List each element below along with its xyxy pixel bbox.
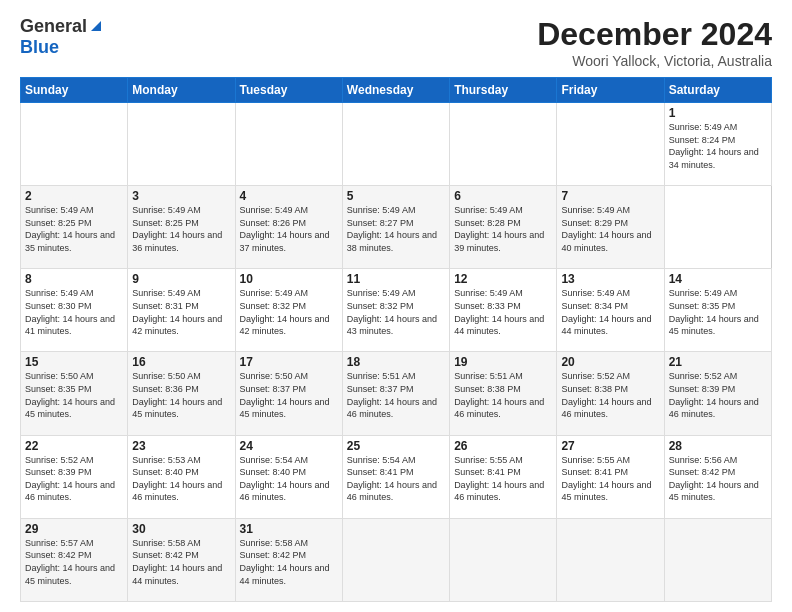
cell-info: Sunrise: 5:58 AMSunset: 8:42 PMDaylight:… [132,537,230,587]
location: Woori Yallock, Victoria, Australia [537,53,772,69]
calendar-cell: 21Sunrise: 5:52 AMSunset: 8:39 PMDayligh… [664,352,771,435]
cell-info: Sunrise: 5:56 AMSunset: 8:42 PMDaylight:… [669,454,767,504]
calendar-table: SundayMondayTuesdayWednesdayThursdayFrid… [20,77,772,602]
cell-info: Sunrise: 5:52 AMSunset: 8:38 PMDaylight:… [561,370,659,420]
calendar-cell [21,103,128,186]
day-number: 18 [347,355,445,369]
cell-info: Sunrise: 5:49 AMSunset: 8:27 PMDaylight:… [347,204,445,254]
calendar-cell: 7Sunrise: 5:49 AMSunset: 8:29 PMDaylight… [557,186,664,269]
day-number: 9 [132,272,230,286]
cell-info: Sunrise: 5:49 AMSunset: 8:32 PMDaylight:… [347,287,445,337]
calendar-cell: 9Sunrise: 5:49 AMSunset: 8:31 PMDaylight… [128,269,235,352]
calendar-cell [235,103,342,186]
col-header-thursday: Thursday [450,78,557,103]
day-number: 28 [669,439,767,453]
logo-general: General [20,16,87,37]
day-number: 29 [25,522,123,536]
cell-info: Sunrise: 5:52 AMSunset: 8:39 PMDaylight:… [669,370,767,420]
cell-info: Sunrise: 5:55 AMSunset: 8:41 PMDaylight:… [561,454,659,504]
day-number: 21 [669,355,767,369]
calendar-week-5: 29Sunrise: 5:57 AMSunset: 8:42 PMDayligh… [21,518,772,601]
calendar-cell: 10Sunrise: 5:49 AMSunset: 8:32 PMDayligh… [235,269,342,352]
calendar-cell [557,103,664,186]
calendar-cell: 2Sunrise: 5:49 AMSunset: 8:25 PMDaylight… [21,186,128,269]
cell-info: Sunrise: 5:51 AMSunset: 8:38 PMDaylight:… [454,370,552,420]
cell-info: Sunrise: 5:49 AMSunset: 8:28 PMDaylight:… [454,204,552,254]
calendar-cell: 30Sunrise: 5:58 AMSunset: 8:42 PMDayligh… [128,518,235,601]
cell-info: Sunrise: 5:58 AMSunset: 8:42 PMDaylight:… [240,537,338,587]
cell-info: Sunrise: 5:49 AMSunset: 8:34 PMDaylight:… [561,287,659,337]
cell-info: Sunrise: 5:49 AMSunset: 8:32 PMDaylight:… [240,287,338,337]
day-number: 8 [25,272,123,286]
title-area: December 2024 Woori Yallock, Victoria, A… [537,16,772,69]
day-number: 17 [240,355,338,369]
day-number: 3 [132,189,230,203]
calendar-cell: 23Sunrise: 5:53 AMSunset: 8:40 PMDayligh… [128,435,235,518]
calendar-cell [128,103,235,186]
cell-info: Sunrise: 5:53 AMSunset: 8:40 PMDaylight:… [132,454,230,504]
day-number: 13 [561,272,659,286]
col-header-tuesday: Tuesday [235,78,342,103]
calendar-week-2: 8Sunrise: 5:49 AMSunset: 8:30 PMDaylight… [21,269,772,352]
cell-info: Sunrise: 5:49 AMSunset: 8:25 PMDaylight:… [132,204,230,254]
day-number: 2 [25,189,123,203]
calendar-cell: 27Sunrise: 5:55 AMSunset: 8:41 PMDayligh… [557,435,664,518]
day-number: 15 [25,355,123,369]
logo-arrow-icon [89,19,103,37]
calendar-cell: 16Sunrise: 5:50 AMSunset: 8:36 PMDayligh… [128,352,235,435]
day-number: 31 [240,522,338,536]
col-header-saturday: Saturday [664,78,771,103]
cell-info: Sunrise: 5:49 AMSunset: 8:26 PMDaylight:… [240,204,338,254]
calendar-cell: 6Sunrise: 5:49 AMSunset: 8:28 PMDaylight… [450,186,557,269]
calendar-cell: 14Sunrise: 5:49 AMSunset: 8:35 PMDayligh… [664,269,771,352]
cell-info: Sunrise: 5:49 AMSunset: 8:31 PMDaylight:… [132,287,230,337]
day-number: 19 [454,355,552,369]
cell-info: Sunrise: 5:50 AMSunset: 8:36 PMDaylight:… [132,370,230,420]
col-header-monday: Monday [128,78,235,103]
calendar-week-0: 1Sunrise: 5:49 AMSunset: 8:24 PMDaylight… [21,103,772,186]
cell-info: Sunrise: 5:50 AMSunset: 8:35 PMDaylight:… [25,370,123,420]
calendar-cell: 29Sunrise: 5:57 AMSunset: 8:42 PMDayligh… [21,518,128,601]
calendar-cell: 3Sunrise: 5:49 AMSunset: 8:25 PMDaylight… [128,186,235,269]
page-header: General Blue December 2024 Woori Yallock… [20,16,772,69]
day-number: 4 [240,189,338,203]
day-number: 11 [347,272,445,286]
day-number: 14 [669,272,767,286]
calendar-cell: 28Sunrise: 5:56 AMSunset: 8:42 PMDayligh… [664,435,771,518]
calendar-cell: 25Sunrise: 5:54 AMSunset: 8:41 PMDayligh… [342,435,449,518]
calendar-cell [450,518,557,601]
day-number: 23 [132,439,230,453]
calendar-header-row: SundayMondayTuesdayWednesdayThursdayFrid… [21,78,772,103]
cell-info: Sunrise: 5:49 AMSunset: 8:25 PMDaylight:… [25,204,123,254]
calendar-cell: 12Sunrise: 5:49 AMSunset: 8:33 PMDayligh… [450,269,557,352]
calendar-cell: 26Sunrise: 5:55 AMSunset: 8:41 PMDayligh… [450,435,557,518]
day-number: 27 [561,439,659,453]
day-number: 24 [240,439,338,453]
logo-blue: Blue [20,37,59,58]
cell-info: Sunrise: 5:49 AMSunset: 8:33 PMDaylight:… [454,287,552,337]
cell-info: Sunrise: 5:57 AMSunset: 8:42 PMDaylight:… [25,537,123,587]
logo: General Blue [20,16,103,58]
calendar-cell [342,518,449,601]
calendar-week-1: 2Sunrise: 5:49 AMSunset: 8:25 PMDaylight… [21,186,772,269]
calendar-cell: 1Sunrise: 5:49 AMSunset: 8:24 PMDaylight… [664,103,771,186]
day-number: 1 [669,106,767,120]
cell-info: Sunrise: 5:54 AMSunset: 8:40 PMDaylight:… [240,454,338,504]
cell-info: Sunrise: 5:50 AMSunset: 8:37 PMDaylight:… [240,370,338,420]
day-number: 22 [25,439,123,453]
calendar-cell: 5Sunrise: 5:49 AMSunset: 8:27 PMDaylight… [342,186,449,269]
col-header-sunday: Sunday [21,78,128,103]
calendar-week-4: 22Sunrise: 5:52 AMSunset: 8:39 PMDayligh… [21,435,772,518]
calendar-week-3: 15Sunrise: 5:50 AMSunset: 8:35 PMDayligh… [21,352,772,435]
day-number: 7 [561,189,659,203]
day-number: 25 [347,439,445,453]
day-number: 26 [454,439,552,453]
calendar-cell [450,103,557,186]
calendar-cell: 13Sunrise: 5:49 AMSunset: 8:34 PMDayligh… [557,269,664,352]
cell-info: Sunrise: 5:49 AMSunset: 8:35 PMDaylight:… [669,287,767,337]
month-title: December 2024 [537,16,772,53]
day-number: 20 [561,355,659,369]
calendar-cell: 15Sunrise: 5:50 AMSunset: 8:35 PMDayligh… [21,352,128,435]
calendar-cell [557,518,664,601]
cell-info: Sunrise: 5:49 AMSunset: 8:30 PMDaylight:… [25,287,123,337]
